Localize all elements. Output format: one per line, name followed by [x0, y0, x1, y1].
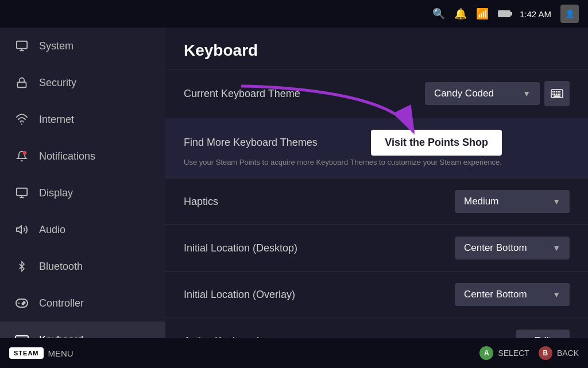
svg-rect-3 — [18, 82, 26, 87]
sidebar-item-label: Security — [39, 77, 76, 89]
header: 🔍 🔔 📶 1:42 AM 👤 — [0, 0, 588, 28]
display-icon — [14, 185, 30, 201]
haptics-dropdown-value: Medium — [464, 196, 498, 207]
dropdown-arrow-icon: ▼ — [552, 197, 560, 206]
sidebar: System Security Internet Notifications — [0, 28, 165, 338]
edit-keyboards-button[interactable]: Edit — [516, 330, 570, 338]
initial-location-overlay-value: Center Bottom — [464, 289, 527, 300]
keyboard-nav-icon — [14, 332, 30, 338]
dropdown-arrow-icon: ▼ — [552, 243, 560, 253]
find-more-sublabel: Use your Steam Points to acquire more Ke… — [184, 158, 502, 166]
sidebar-item-security[interactable]: Security — [0, 64, 165, 101]
sidebar-item-label: Display — [39, 187, 73, 199]
avatar[interactable]: 👤 — [560, 5, 579, 23]
controller-icon — [14, 295, 30, 311]
footer: STEAM MENU A SELECT B BACK — [0, 338, 588, 368]
notifications-icon — [14, 148, 30, 164]
initial-location-overlay-dropdown[interactable]: Center Bottom ▼ — [455, 283, 570, 306]
svg-marker-9 — [17, 226, 21, 234]
haptics-control: Medium ▼ — [455, 190, 570, 213]
keyboard-preview-button[interactable] — [544, 81, 570, 106]
lock-icon — [14, 75, 30, 91]
svg-rect-6 — [17, 188, 27, 196]
active-keyboards-control: Edit — [516, 330, 570, 338]
haptics-dropdown[interactable]: Medium ▼ — [455, 190, 570, 213]
theme-dropdown[interactable]: Candy Coded ▼ — [425, 82, 540, 105]
page-title: Keyboard — [165, 28, 588, 69]
haptics-row: Haptics Medium ▼ — [165, 178, 588, 224]
b-button-icon: B — [539, 346, 552, 360]
find-more-row: Find More Keyboard Themes Visit the Poin… — [165, 118, 588, 178]
sidebar-item-bluetooth[interactable]: Bluetooth — [0, 248, 165, 285]
settings-section: Current Keyboard Theme Candy Coded ▼ — [165, 69, 588, 338]
a-button-icon: A — [479, 346, 493, 360]
initial-location-desktop-dropdown[interactable]: Center Bottom ▼ — [455, 237, 570, 259]
initial-location-overlay-label: Initial Location (Overlay) — [184, 289, 455, 301]
initial-location-desktop-row: Initial Location (Desktop) Center Bottom… — [165, 224, 588, 271]
haptics-label: Haptics — [184, 196, 455, 208]
sidebar-item-display[interactable]: Display — [0, 175, 165, 211]
clock: 1:42 AM — [520, 9, 551, 19]
b-button-letter: B — [543, 349, 548, 357]
bell-icon[interactable]: 🔔 — [454, 7, 467, 20]
initial-location-desktop-value: Center Bottom — [464, 242, 527, 254]
current-theme-row: Current Keyboard Theme Candy Coded ▼ — [165, 69, 588, 118]
initial-location-overlay-control: Center Bottom ▼ — [455, 283, 570, 306]
sidebar-item-label: Audio — [39, 224, 65, 236]
sidebar-item-label: Bluetooth — [39, 261, 83, 273]
initial-location-desktop-control: Center Bottom ▼ — [455, 237, 570, 259]
wifi-icon: 📶 — [476, 7, 489, 20]
select-label: SELECT — [498, 348, 529, 358]
visit-points-shop-button[interactable]: Visit the Points Shop — [371, 130, 502, 156]
sidebar-item-keyboard[interactable]: Keyboard — [0, 321, 165, 338]
svg-point-14 — [22, 303, 24, 305]
main-content: Keyboard Current Keyboard Theme Candy Co… — [165, 28, 588, 338]
find-more-top: Find More Keyboard Themes Visit the Poin… — [184, 130, 502, 156]
sidebar-item-controller[interactable]: Controller — [0, 285, 165, 321]
audio-icon — [14, 222, 30, 238]
sidebar-item-label: System — [39, 40, 74, 52]
sidebar-item-system[interactable]: System — [0, 28, 165, 64]
a-button-letter: A — [484, 349, 489, 357]
footer-action-back: B BACK — [539, 346, 579, 360]
search-icon[interactable]: 🔍 — [432, 7, 445, 20]
footer-action-select: A SELECT — [479, 346, 529, 360]
find-more-label: Find More Keyboard Themes — [184, 137, 371, 149]
back-label: BACK — [557, 348, 579, 358]
battery-icon — [498, 10, 510, 17]
svg-rect-0 — [17, 41, 27, 49]
find-more-content: Find More Keyboard Themes Visit the Poin… — [184, 130, 502, 166]
bluetooth-icon — [14, 258, 30, 274]
sidebar-item-audio[interactable]: Audio — [0, 211, 165, 248]
dropdown-arrow-icon: ▼ — [552, 290, 560, 299]
sidebar-item-internet[interactable]: Internet — [0, 101, 165, 138]
dropdown-arrow-icon: ▼ — [523, 89, 531, 98]
initial-location-desktop-label: Initial Location (Desktop) — [184, 242, 455, 254]
sidebar-item-label: Notifications — [39, 150, 95, 162]
current-theme-label: Current Keyboard Theme — [184, 88, 425, 100]
sidebar-item-label: Controller — [39, 297, 84, 309]
system-icon — [14, 38, 30, 54]
sidebar-item-label: Internet — [39, 114, 74, 126]
internet-icon — [14, 111, 30, 127]
initial-location-overlay-row: Initial Location (Overlay) Center Bottom… — [165, 271, 588, 317]
current-theme-control: Candy Coded ▼ — [425, 81, 570, 106]
sidebar-item-label: Keyboard — [39, 334, 83, 339]
theme-dropdown-value: Candy Coded — [434, 88, 494, 99]
active-keyboards-row: Active Keyboards Edit — [165, 317, 588, 338]
menu-label: MENU — [48, 348, 74, 358]
svg-point-5 — [23, 151, 27, 155]
sidebar-item-notifications[interactable]: Notifications — [0, 138, 165, 175]
steam-logo: STEAM — [9, 347, 44, 359]
